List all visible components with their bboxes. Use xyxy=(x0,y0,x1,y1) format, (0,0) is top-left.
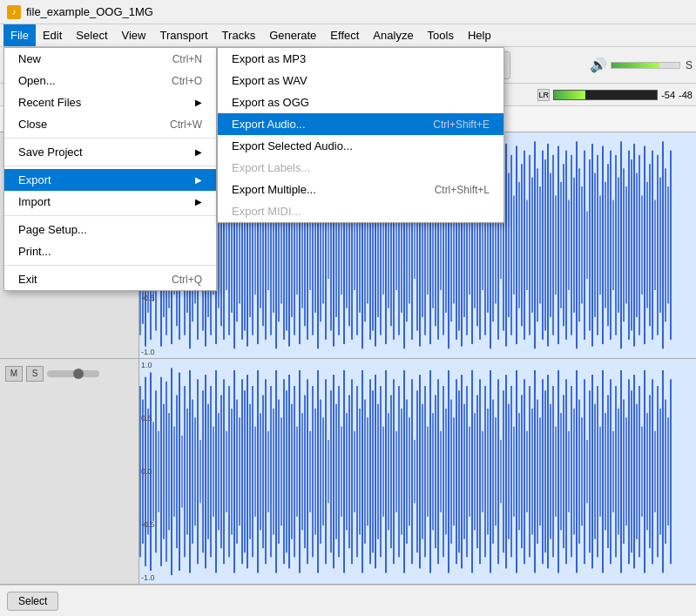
y2-label-0-0: 0.0 xyxy=(141,467,164,476)
menu-view[interactable]: View xyxy=(115,24,153,46)
select-label: Select xyxy=(18,595,47,607)
svg-rect-314 xyxy=(388,413,389,530)
svg-rect-237 xyxy=(186,408,188,534)
svg-rect-274 xyxy=(283,379,285,564)
file-menu-save[interactable]: Save Project xyxy=(4,141,216,163)
menu-help[interactable]: Help xyxy=(461,24,498,46)
menu-tools[interactable]: Tools xyxy=(421,24,461,46)
output-volume-slider[interactable] xyxy=(611,62,680,69)
svg-rect-268 xyxy=(267,430,269,511)
svg-rect-401 xyxy=(615,386,617,557)
svg-rect-205 xyxy=(636,173,638,317)
file-menu-recent[interactable]: Recent Files xyxy=(4,91,216,113)
menu-analyze[interactable]: Analyze xyxy=(366,24,420,46)
svg-rect-182 xyxy=(576,141,578,349)
export-selected-audio[interactable]: Export Selected Audio... xyxy=(218,135,503,157)
y2-label-neg05: -0.5 xyxy=(141,520,164,529)
svg-rect-389 xyxy=(584,379,585,564)
file-recent-label: Recent Files xyxy=(18,96,81,109)
file-menu-exit[interactable]: Exit Ctrl+Q xyxy=(4,268,216,290)
menu-transport[interactable]: Transport xyxy=(152,24,214,46)
file-export-label: Export xyxy=(18,173,51,186)
menu-tracks[interactable]: Tracks xyxy=(215,24,263,46)
file-menu-pagesetup[interactable]: Page Setup... xyxy=(4,219,216,240)
track-2-solo-button[interactable]: S xyxy=(26,366,44,382)
title-bar: ♪ file_example_OOG_1MG xyxy=(0,0,696,24)
svg-rect-234 xyxy=(179,372,180,570)
svg-rect-348 xyxy=(476,395,478,548)
svg-rect-360 xyxy=(508,403,510,538)
svg-rect-397 xyxy=(605,413,606,530)
track-2-volume-slider[interactable] xyxy=(47,370,99,377)
svg-rect-280 xyxy=(299,369,301,572)
svg-rect-170 xyxy=(544,159,546,330)
svg-rect-286 xyxy=(314,408,316,534)
svg-rect-172 xyxy=(550,173,551,317)
export-as-mp3[interactable]: Export as MP3 xyxy=(218,48,503,70)
svg-rect-394 xyxy=(597,386,598,557)
svg-rect-331 xyxy=(432,413,434,530)
svg-rect-304 xyxy=(362,369,363,572)
svg-rect-417 xyxy=(657,386,659,557)
file-menu-export[interactable]: Export xyxy=(4,169,216,191)
svg-rect-406 xyxy=(628,379,630,564)
export-audio[interactable]: Export Audio... Ctrl+Shift+E xyxy=(218,113,503,135)
svg-rect-366 xyxy=(524,379,525,564)
svg-rect-287 xyxy=(317,369,319,572)
file-menu-print[interactable]: Print... xyxy=(4,240,216,262)
status-bar: Select xyxy=(0,585,696,616)
svg-rect-373 xyxy=(542,379,544,564)
file-menu-close[interactable]: Close Ctrl+W xyxy=(4,113,216,135)
svg-rect-399 xyxy=(610,379,612,564)
track-2-controls: M S xyxy=(5,366,133,382)
menu-effect[interactable]: Effect xyxy=(323,24,366,46)
svg-rect-238 xyxy=(189,369,191,572)
svg-rect-404 xyxy=(623,399,625,543)
waveform-2-svg xyxy=(139,359,696,585)
svg-rect-236 xyxy=(184,386,186,557)
y2-label-neg10: -1.0 xyxy=(141,573,164,582)
svg-rect-156 xyxy=(508,173,510,317)
file-sep-1 xyxy=(4,138,216,139)
svg-rect-371 xyxy=(537,399,538,543)
menu-edit[interactable]: Edit xyxy=(36,24,69,46)
track-2-mute-button[interactable]: M xyxy=(5,366,23,382)
svg-rect-313 xyxy=(385,369,387,572)
svg-rect-340 xyxy=(456,379,457,564)
svg-rect-261 xyxy=(249,403,251,538)
export-multiple[interactable]: Export Multiple... Ctrl+Shift+L xyxy=(218,179,503,200)
export-as-wav[interactable]: Export as WAV xyxy=(218,70,503,91)
svg-rect-303 xyxy=(359,408,361,534)
svg-rect-204 xyxy=(633,144,635,347)
svg-rect-160 xyxy=(518,182,520,308)
svg-rect-384 xyxy=(571,386,572,557)
svg-rect-416 xyxy=(654,430,656,511)
svg-rect-329 xyxy=(427,426,429,516)
menu-select[interactable]: Select xyxy=(69,24,114,46)
file-menu-import[interactable]: Import xyxy=(4,191,216,213)
menu-generate[interactable]: Generate xyxy=(262,24,323,46)
svg-rect-367 xyxy=(526,430,528,511)
file-open-shortcut: Ctrl+O xyxy=(172,75,202,87)
file-pagesetup-label: Page Setup... xyxy=(18,223,87,236)
svg-rect-262 xyxy=(252,386,253,557)
file-open-label: Open... xyxy=(18,74,56,87)
export-audio-label: Export Audio... xyxy=(232,118,306,131)
menu-file[interactable]: File xyxy=(3,24,36,46)
svg-rect-175 xyxy=(557,146,559,344)
export-wav-label: Export as WAV xyxy=(232,74,307,87)
svg-rect-216 xyxy=(665,168,666,322)
file-menu-open[interactable]: Open... Ctrl+O xyxy=(4,70,216,91)
export-as-ogg[interactable]: Export as OGG xyxy=(218,91,503,113)
svg-rect-270 xyxy=(273,408,274,534)
svg-rect-246 xyxy=(210,386,212,557)
svg-rect-355 xyxy=(495,417,497,525)
svg-rect-259 xyxy=(244,390,246,552)
svg-rect-413 xyxy=(646,413,648,530)
waveform-2-bars xyxy=(139,368,672,575)
file-menu-new[interactable]: New Ctrl+N xyxy=(4,48,216,70)
svg-rect-269 xyxy=(270,386,272,557)
select-button[interactable]: Select xyxy=(7,592,58,611)
svg-rect-203 xyxy=(631,159,632,330)
svg-rect-260 xyxy=(247,375,248,568)
